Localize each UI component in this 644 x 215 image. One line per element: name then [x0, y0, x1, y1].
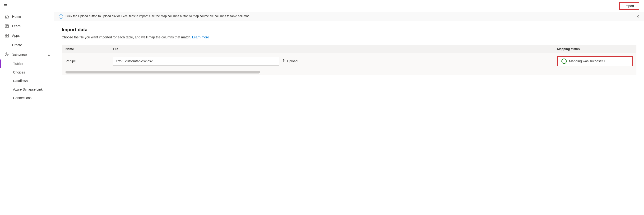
sidebar-item-learn[interactable]: Learn [0, 21, 54, 31]
sidebar-item-connections[interactable]: Connections [0, 94, 54, 102]
info-banner: i Click the Upload button to upload csv … [54, 12, 644, 21]
file-input-box[interactable]: crfb6_customtables2.csv [113, 57, 279, 65]
svg-rect-6 [7, 36, 8, 37]
sidebar-item-connections-label: Connections [13, 96, 32, 100]
svg-rect-0 [5, 25, 8, 27]
apps-icon [4, 33, 9, 38]
import-data-table: Name File Mapping status Recipe crfb6_cu… [62, 45, 636, 75]
close-icon[interactable]: ✕ [636, 14, 639, 19]
sidebar-item-home-label: Home [12, 15, 21, 18]
file-input-value: crfb6_customtables2.csv [116, 59, 152, 63]
table-header-name: Name [62, 45, 109, 53]
sidebar-item-dataflows[interactable]: Dataflows [0, 77, 54, 85]
upload-button-label: Upload [287, 59, 298, 63]
main-content: Import i Click the Upload button to uplo… [54, 0, 644, 215]
sidebar-item-choices-label: Choices [13, 70, 25, 74]
sidebar-section-dataverse-label: Dataverse [12, 53, 27, 57]
mapping-status-box: i Mapping was successful [557, 56, 632, 66]
chevron-up-icon: ∧ [48, 53, 50, 56]
sidebar-item-choices[interactable]: Choices [0, 68, 54, 77]
hamburger-icon[interactable]: ☰ [4, 3, 8, 8]
svg-rect-3 [5, 34, 7, 35]
page-content: Import data Choose the file you want imp… [54, 21, 644, 215]
sidebar-item-apps-label: Apps [12, 34, 20, 37]
file-input-cell: crfb6_customtables2.csv [113, 57, 550, 65]
page-description-text: Choose the file you want imported for ea… [62, 35, 191, 39]
upload-arrow-icon [282, 59, 286, 63]
info-banner-text: Click the Upload button to upload csv or… [66, 14, 250, 18]
sidebar-section-dataverse[interactable]: Dataverse ∧ [0, 50, 54, 59]
scrollbar-row [62, 69, 636, 75]
svg-rect-5 [5, 36, 7, 37]
sidebar-header: ☰ [0, 0, 54, 12]
page-title: Import data [62, 27, 636, 32]
upload-button[interactable]: Upload [282, 59, 298, 63]
table-header-mapping-status: Mapping status [554, 45, 636, 53]
import-button[interactable]: Import [619, 2, 639, 10]
table-row: Recipe crfb6_customtables2.csv [62, 53, 636, 69]
sidebar-item-azure-synapse-label: Azure Synapse Link [13, 87, 43, 91]
mapping-status-icon: i [562, 58, 567, 64]
row-file-cell: crfb6_customtables2.csv [109, 53, 554, 69]
sidebar-item-create[interactable]: Create [0, 40, 54, 50]
home-icon [4, 14, 9, 19]
horizontal-scrollbar[interactable] [66, 71, 260, 73]
top-bar: Import [54, 0, 644, 12]
svg-rect-4 [7, 34, 8, 35]
sidebar-item-tables-label: Tables [13, 62, 23, 66]
sidebar-item-learn-label: Learn [12, 24, 21, 28]
page-description: Choose the file you want imported for ea… [62, 35, 636, 39]
table-header-file: File [109, 45, 554, 53]
sidebar-item-azure-synapse[interactable]: Azure Synapse Link [0, 85, 54, 94]
mapping-status-text: Mapping was successful [569, 59, 605, 63]
sidebar-item-home[interactable]: Home [0, 12, 54, 21]
sidebar-item-apps[interactable]: Apps [0, 31, 54, 40]
row-mapping-status-cell: i Mapping was successful [554, 53, 636, 69]
info-banner-icon: i [59, 14, 63, 19]
sidebar-item-create-label: Create [12, 43, 22, 47]
dataverse-icon [4, 52, 9, 57]
sidebar-item-dataflows-label: Dataflows [13, 79, 28, 83]
learn-more-link[interactable]: Learn more [192, 35, 209, 39]
learn-icon [4, 24, 9, 28]
status-icon-letter: i [564, 59, 564, 63]
row-name-cell: Recipe [62, 53, 109, 69]
sidebar: ☰ Home Learn Apps [0, 0, 54, 215]
table-header-row: Name File Mapping status [62, 45, 636, 53]
sidebar-item-tables[interactable]: Tables [0, 59, 54, 68]
create-icon [4, 43, 9, 47]
svg-point-11 [6, 54, 7, 54]
